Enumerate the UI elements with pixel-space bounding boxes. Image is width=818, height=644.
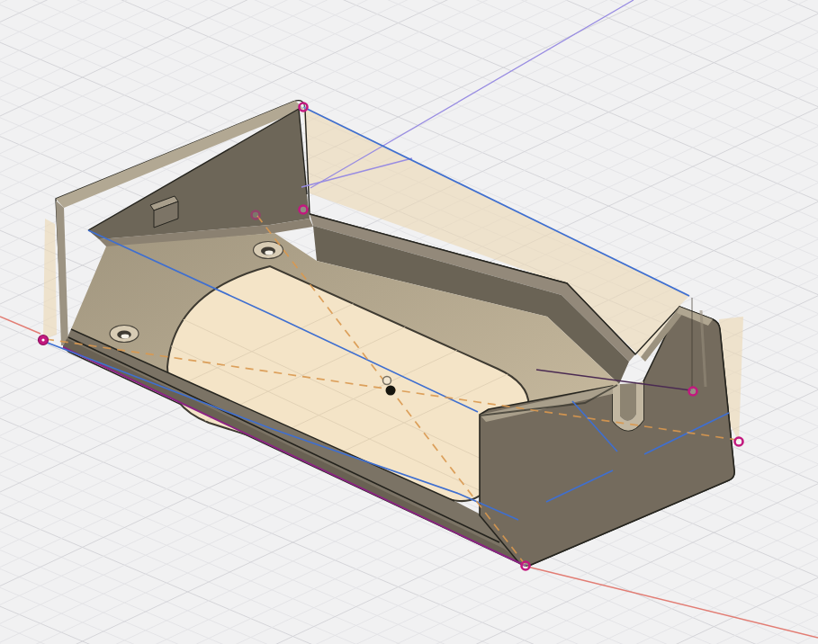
- u-notch-opening[interactable]: [620, 383, 636, 421]
- sketch-point-corner-front[interactable]: [522, 562, 530, 570]
- countersunk-hole-left[interactable]: [110, 326, 139, 343]
- cad-viewport: [0, 0, 818, 644]
- scene-canvas: [0, 0, 818, 644]
- sketch-fill-left-sliver[interactable]: [43, 219, 57, 339]
- sketch-point-corner-right[interactable]: [735, 438, 743, 446]
- sketch-point-corner-top[interactable]: [300, 103, 308, 112]
- sketch-point-corner-right-mid[interactable]: [689, 388, 697, 396]
- sketch-point-corner-back-occluded[interactable]: [252, 211, 260, 219]
- sketch-axis-long[interactable]: [310, 0, 634, 188]
- sketch-center-point[interactable]: [386, 386, 396, 396]
- sketch-point-back-wall-corner[interactable]: [300, 206, 308, 214]
- sketch-free-point[interactable]: [383, 377, 391, 385]
